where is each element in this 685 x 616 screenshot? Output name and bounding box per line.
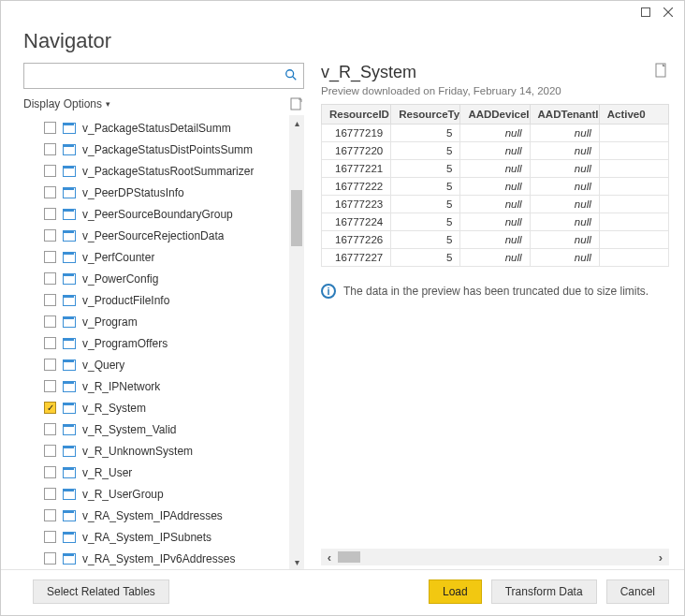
- tree-item-checkbox[interactable]: [44, 272, 56, 285]
- scroll-right-arrow-icon[interactable]: ›: [652, 549, 669, 565]
- display-options-row: Display Options ▾: [23, 96, 304, 111]
- tree-item[interactable]: v_PerfCounter: [23, 246, 285, 268]
- tree-item[interactable]: v_R_IPNetwork: [23, 375, 285, 397]
- table-cell: null: [530, 196, 599, 213]
- table-row[interactable]: 167772225nullnull: [322, 178, 669, 196]
- tree-item-checkbox[interactable]: [44, 445, 56, 457]
- scroll-thumb[interactable]: [291, 190, 302, 246]
- preview-table[interactable]: ResourceIDResourceTypeAADDeviceIDAADTena…: [321, 104, 669, 267]
- window-close-button[interactable]: [660, 5, 677, 20]
- tree-item-checkbox[interactable]: [44, 122, 56, 134]
- column-header[interactable]: AADDeviceID: [460, 105, 530, 125]
- tree-item[interactable]: v_RA_System_IPSubnets: [23, 526, 285, 548]
- table-cell: null: [530, 249, 599, 267]
- tree-item[interactable]: v_Program: [23, 311, 285, 332]
- tree-item-checkbox[interactable]: [44, 208, 56, 220]
- tree-item-checkbox[interactable]: [44, 488, 56, 500]
- column-header[interactable]: AADTenantID: [530, 105, 599, 125]
- tree-item[interactable]: v_R_System_Valid: [23, 418, 285, 440]
- tree-item-checkbox[interactable]: [44, 229, 56, 242]
- tree-item-checkbox[interactable]: [44, 509, 56, 521]
- tree-item-checkbox[interactable]: [44, 294, 56, 306]
- display-options-dropdown[interactable]: Display Options ▾: [23, 97, 110, 110]
- tree-item-checkbox[interactable]: [44, 165, 56, 177]
- tree-item-checkbox[interactable]: [44, 466, 56, 478]
- column-header[interactable]: Active0: [599, 105, 668, 125]
- view-icon: [62, 488, 77, 501]
- table-cell: 16777221: [322, 160, 391, 178]
- tree-item-checkbox[interactable]: [44, 423, 56, 435]
- tree-item[interactable]: v_R_UserGroup: [23, 483, 285, 505]
- scroll-down-arrow-icon[interactable]: ▾: [289, 554, 304, 569]
- window-maximize-button[interactable]: [637, 5, 654, 20]
- tree-item[interactable]: v_PeerDPStatusInfo: [23, 182, 285, 203]
- tree-item-checkbox[interactable]: [44, 380, 56, 392]
- search-input[interactable]: [30, 68, 284, 83]
- tree-item[interactable]: v_PeerSourceBoundaryGroup: [23, 203, 285, 225]
- tree-item-checkbox[interactable]: ✓: [44, 402, 56, 414]
- tree-item[interactable]: v_R_User: [23, 462, 285, 483]
- navigator-left-panel: Display Options ▾ v_PackageStatusDetailS…: [23, 63, 304, 569]
- tree-item[interactable]: v_PackageStatusRootSummarizer: [23, 160, 285, 182]
- table-row[interactable]: 167772265nullnull: [322, 231, 669, 249]
- tree-item-checkbox[interactable]: [44, 531, 56, 543]
- refresh-icon[interactable]: [289, 96, 304, 111]
- tree-item[interactable]: v_PeerSourceRejectionData: [23, 225, 285, 246]
- table-row[interactable]: 167772235nullnull: [322, 196, 669, 213]
- view-icon: [62, 294, 77, 307]
- tree-item-checkbox[interactable]: [44, 186, 56, 198]
- tree-item-label: v_R_User: [82, 466, 132, 479]
- horizontal-scrollbar[interactable]: ‹ ›: [321, 549, 669, 565]
- navigator-tree[interactable]: v_PackageStatusDetailSummv_PackageStatus…: [23, 115, 285, 569]
- table-row[interactable]: 167772205nullnull: [322, 142, 669, 160]
- window-titlebar: [1, 1, 684, 27]
- scroll-thumb-horizontal[interactable]: [338, 551, 360, 563]
- tree-item-checkbox[interactable]: [44, 337, 56, 349]
- table-cell: 5: [391, 125, 460, 142]
- column-header[interactable]: ResourceType: [391, 105, 460, 125]
- tree-item-checkbox[interactable]: [44, 315, 56, 328]
- tree-item[interactable]: v_R_UnknownSystem: [23, 440, 285, 462]
- tree-item[interactable]: v_PowerConfig: [23, 268, 285, 289]
- tree-item-checkbox[interactable]: [44, 251, 56, 263]
- preview-title: v_R_System: [321, 63, 654, 82]
- vertical-scrollbar[interactable]: ▴ ▾: [289, 115, 304, 569]
- view-icon: [62, 380, 77, 393]
- chevron-down-icon: ▾: [106, 99, 110, 109]
- scroll-left-arrow-icon[interactable]: ‹: [321, 549, 338, 565]
- tree-item[interactable]: v_ProductFileInfo: [23, 289, 285, 311]
- preview-options-icon[interactable]: [654, 63, 669, 80]
- tree-item[interactable]: ✓v_R_System: [23, 397, 285, 418]
- transform-data-button[interactable]: Transform Data: [491, 579, 597, 604]
- load-button[interactable]: Load: [429, 579, 482, 604]
- search-icon[interactable]: [284, 68, 298, 84]
- table-row[interactable]: 167772215nullnull: [322, 160, 669, 178]
- tree-item[interactable]: v_PackageStatusDetailSumm: [23, 117, 285, 139]
- table-cell: null: [460, 231, 530, 249]
- table-cell: null: [460, 196, 530, 213]
- tree-item-label: v_RA_System_IPv6Addresses: [82, 552, 235, 565]
- tree-item[interactable]: v_RA_System_IPv6Addresses: [23, 548, 285, 569]
- table-cell: 5: [391, 178, 460, 196]
- table-row[interactable]: 167772245nullnull: [322, 213, 669, 231]
- column-header[interactable]: ResourceID: [322, 105, 391, 125]
- svg-rect-0: [642, 8, 650, 17]
- tree-item-checkbox[interactable]: [44, 143, 56, 155]
- tree-item[interactable]: v_PackageStatusDistPointsSumm: [23, 139, 285, 160]
- cancel-button[interactable]: Cancel: [606, 579, 669, 604]
- table-row[interactable]: 167772195nullnull: [322, 125, 669, 142]
- tree-item-label: v_R_System: [82, 402, 146, 415]
- tree-item-label: v_ProductFileInfo: [82, 294, 169, 307]
- scroll-up-arrow-icon[interactable]: ▴: [289, 115, 304, 130]
- search-box[interactable]: [23, 63, 304, 89]
- svg-line-4: [293, 76, 297, 80]
- tree-item-checkbox[interactable]: [44, 359, 56, 371]
- tree-item-checkbox[interactable]: [44, 552, 56, 565]
- tree-item[interactable]: v_Query: [23, 354, 285, 375]
- view-icon: [62, 143, 77, 156]
- tree-item[interactable]: v_ProgramOffers: [23, 332, 285, 354]
- tree-scroll-area: v_PackageStatusDetailSummv_PackageStatus…: [23, 115, 304, 569]
- table-row[interactable]: 167772275nullnull: [322, 249, 669, 267]
- select-related-tables-button[interactable]: Select Related Tables: [33, 579, 169, 604]
- tree-item[interactable]: v_RA_System_IPAddresses: [23, 505, 285, 526]
